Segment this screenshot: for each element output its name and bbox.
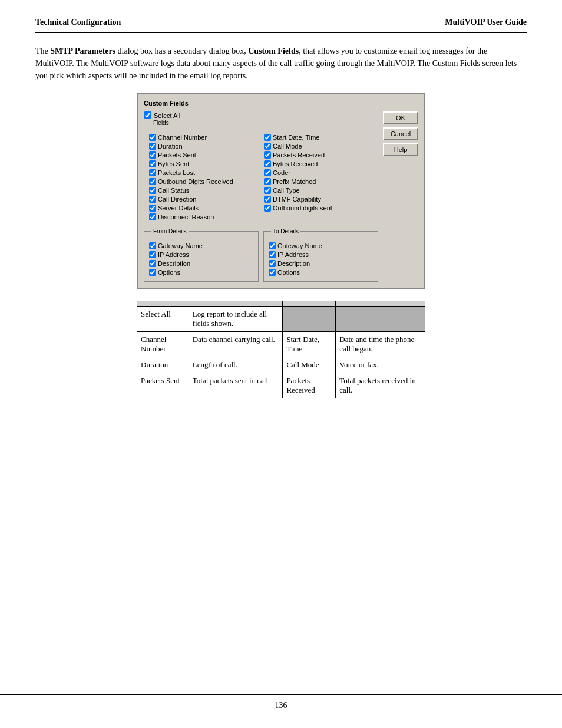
to-detail-row: IP Address xyxy=(269,251,373,258)
smtp-bold: SMTP Parameters xyxy=(50,47,115,55)
to-detail-label: Gateway Name xyxy=(277,242,322,249)
from-detail-checkbox[interactable] xyxy=(149,260,156,267)
field-row: Duration xyxy=(149,143,258,150)
to-details-title: To Details xyxy=(271,228,300,235)
th-3 xyxy=(283,301,336,307)
to-details-group: To Details Gateway NameIP AddressDescrip… xyxy=(263,231,378,282)
to-detail-checkbox[interactable] xyxy=(269,269,276,276)
dialog-buttons: OK Cancel Help xyxy=(383,111,418,282)
field-row: Channel Number xyxy=(149,134,258,141)
field-row: Packets Lost xyxy=(149,169,258,176)
field-checkbox[interactable] xyxy=(149,134,156,141)
field-checkbox[interactable] xyxy=(264,160,271,167)
field-label: Start Date, Time xyxy=(273,134,319,141)
field-row: Bytes Received xyxy=(264,160,373,167)
field-row: Outbound digits sent xyxy=(264,205,373,212)
field-checkbox[interactable] xyxy=(264,178,271,185)
table-body: Select AllLog report to include all fiel… xyxy=(137,307,425,398)
field-row: Prefix Matched xyxy=(264,178,373,185)
field-checkbox[interactable] xyxy=(264,205,271,212)
to-detail-label: Options xyxy=(277,269,300,276)
to-detail-checkbox[interactable] xyxy=(269,260,276,267)
cancel-button[interactable]: Cancel xyxy=(383,127,418,140)
from-detail-row: IP Address xyxy=(149,251,253,258)
fields-columns: Channel NumberDurationPackets SentBytes … xyxy=(149,134,373,222)
field-checkbox[interactable] xyxy=(149,160,156,167)
field-row: Call Status xyxy=(149,187,258,194)
table-cell-col1: Select All xyxy=(137,307,189,332)
field-checkbox[interactable] xyxy=(264,143,271,150)
page: Technical Configuration MultiVOIP User G… xyxy=(0,0,562,728)
page-number: 136 xyxy=(275,701,287,710)
select-all-row: Select All xyxy=(144,111,378,119)
field-label: Call Direction xyxy=(158,196,196,203)
field-checkbox[interactable] xyxy=(149,187,156,194)
field-row: Disconnect Reason xyxy=(149,213,258,220)
table-container: Select AllLog report to include all fiel… xyxy=(137,301,425,398)
field-checkbox[interactable] xyxy=(149,205,156,212)
to-detail-checkbox[interactable] xyxy=(269,251,276,258)
field-checkbox[interactable] xyxy=(264,187,271,194)
field-checkbox[interactable] xyxy=(264,151,271,159)
field-row: Call Mode xyxy=(264,143,373,150)
to-detail-row: Options xyxy=(269,269,373,276)
field-label: Call Status xyxy=(158,187,189,194)
field-label: Packets Sent xyxy=(158,151,196,159)
field-label: Packets Lost xyxy=(158,169,195,176)
from-detail-row: Options xyxy=(149,269,253,276)
from-detail-label: Gateway Name xyxy=(158,242,203,249)
field-label: Bytes Received xyxy=(273,160,318,167)
from-detail-label: IP Address xyxy=(158,251,189,258)
field-checkbox[interactable] xyxy=(264,169,271,176)
field-row: Call Type xyxy=(264,187,373,194)
field-checkbox[interactable] xyxy=(264,134,271,141)
field-row: Packets Received xyxy=(264,151,373,159)
field-row: Outbound Digits Received xyxy=(149,178,258,185)
th-2 xyxy=(189,301,283,307)
field-label: Outbound Digits Received xyxy=(158,178,233,185)
table-cell-col2: Length of call. xyxy=(189,357,283,373)
table-cell-col4: Voice or fax. xyxy=(336,357,425,373)
field-checkbox[interactable] xyxy=(264,196,271,203)
to-detail-row: Gateway Name xyxy=(269,242,373,249)
field-checkbox[interactable] xyxy=(149,213,156,220)
table-cell-col3: Start Date, Time xyxy=(283,332,336,357)
from-detail-checkbox[interactable] xyxy=(149,242,156,249)
from-detail-checkbox[interactable] xyxy=(149,251,156,258)
th-4 xyxy=(336,301,425,307)
table-cell-col4 xyxy=(336,307,425,332)
field-checkbox[interactable] xyxy=(149,143,156,150)
ok-button[interactable]: OK xyxy=(383,111,418,124)
from-detail-label: Options xyxy=(158,269,180,276)
field-row: Bytes Sent xyxy=(149,160,258,167)
field-checkbox[interactable] xyxy=(149,178,156,185)
from-detail-row: Description xyxy=(149,260,253,267)
select-all-checkbox[interactable] xyxy=(144,111,151,119)
field-row: Server Details xyxy=(149,205,258,212)
field-checkbox[interactable] xyxy=(149,169,156,176)
field-label: Channel Number xyxy=(158,134,207,141)
from-detail-row: Gateway Name xyxy=(149,242,253,249)
table-cell-col4: Total packets received in call. xyxy=(336,373,425,398)
table-header xyxy=(137,301,425,307)
field-row: Coder xyxy=(264,169,373,176)
table-cell-col1: Channel Number xyxy=(137,332,189,357)
table-row: Packets SentTotal packets sent in call.P… xyxy=(137,373,425,398)
field-checkbox[interactable] xyxy=(149,196,156,203)
from-detail-label: Description xyxy=(158,260,190,267)
table-cell-col2: Data channel carrying call. xyxy=(189,332,283,357)
field-label: Coder xyxy=(273,169,290,176)
dialog-left-section: Select All Fields Channel NumberDuration… xyxy=(144,111,378,282)
field-checkbox[interactable] xyxy=(149,151,156,159)
dialog-title: Custom Fields xyxy=(144,100,418,107)
field-row: Call Direction xyxy=(149,196,258,203)
field-row: Packets Sent xyxy=(149,151,258,159)
from-detail-checkbox[interactable] xyxy=(149,269,156,276)
select-all-label: Select All xyxy=(154,112,180,119)
custom-fields-dialog: Custom Fields Select All Fields Channel … xyxy=(137,93,425,289)
field-label: Call Mode xyxy=(273,143,302,150)
help-button[interactable]: Help xyxy=(383,143,418,156)
table-row: Select AllLog report to include all fiel… xyxy=(137,307,425,332)
dialog-body: Select All Fields Channel NumberDuration… xyxy=(144,111,418,282)
to-detail-checkbox[interactable] xyxy=(269,242,276,249)
